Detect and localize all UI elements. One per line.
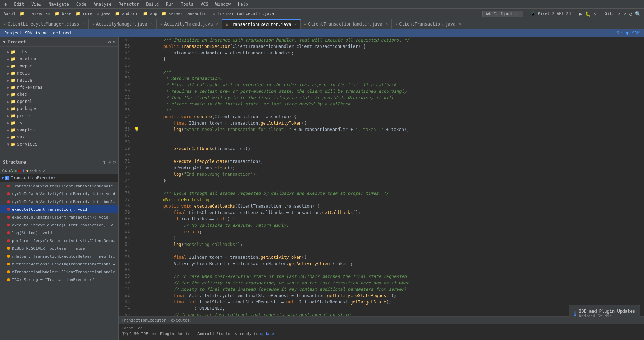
menu-code[interactable]: Code <box>75 1 88 7</box>
search-icon[interactable]: 🔍 <box>634 10 642 17</box>
menu-tools[interactable]: Tools <box>179 1 195 7</box>
debug-icon[interactable]: 🐛 <box>584 10 592 17</box>
menu-analyze[interactable]: Analyze <box>92 1 113 7</box>
menu-navigate[interactable]: Navigate <box>47 1 71 7</box>
show-constructors-icon[interactable]: ℹ <box>23 168 24 173</box>
menu-build[interactable]: Build <box>145 1 160 7</box>
settings-icon[interactable]: ⚙ <box>108 39 111 44</box>
struct-item-mpendingactions[interactable]: mPendingActions: PendingTransactionActio… <box>0 260 118 268</box>
sort-alpha-icon[interactable]: AZ <box>2 168 7 173</box>
line-gutter: 💡 <box>133 126 140 133</box>
tree-item-sax[interactable]: ▶ 📁 sax <box>0 133 118 141</box>
tree-item-obex[interactable]: ▶ 📁 obex <box>0 91 118 98</box>
code-view[interactable]: 52 /** Initialize an instance with trans… <box>119 37 644 316</box>
menu-run[interactable]: Run <box>164 1 175 7</box>
device-selector[interactable]: 📱 Pixel 2 API 28 <box>529 11 572 16</box>
tree-item-rs[interactable]: ▶ 📁 rs <box>0 119 118 126</box>
show-properties-icon[interactable]: ◆ <box>26 168 29 173</box>
table-row: 60 * requires a certain pre- or post-exe… <box>119 88 644 94</box>
run-icon[interactable]: ▶ <box>578 10 582 17</box>
menu-file[interactable]: e <box>3 1 8 7</box>
struct-label-debug: DEBUG_RESOLVER: boolean = false <box>12 246 85 251</box>
event-log-title[interactable]: Event Log <box>122 326 641 330</box>
tab-activitythread[interactable]: ☕ ActivityThread.java × <box>157 19 222 29</box>
tab-close-clientlifecycle[interactable]: × <box>82 22 85 26</box>
settings-struct-icon[interactable]: ⚙ <box>113 159 116 165</box>
tab-clienttransactionhandler[interactable]: ☕ ClientTransactionHandler.java × <box>301 19 392 29</box>
show-fields-icon[interactable]: ◉ <box>15 168 17 173</box>
code-table: 52 /** Initialize an instance with trans… <box>119 37 644 316</box>
table-row: 59 * First all callbacks will be execute… <box>119 82 644 88</box>
line-code: * either remain in the initial state, or… <box>140 101 644 107</box>
tree-arrow-proto: ▶ <box>6 114 11 118</box>
menu-edit[interactable]: Edit <box>12 1 26 7</box>
struct-item-cycletopath1[interactable]: cycleToPath(ActivityClientRecord, int): … <box>0 190 118 198</box>
autoscroll-icon[interactable]: ↗ <box>43 168 45 173</box>
profile-icon[interactable]: ⚡ <box>593 10 597 17</box>
struct-item-cycletopath2[interactable]: cycleToPath(ActivityClientRecord, int, b… <box>0 198 118 205</box>
setup-sdk-button[interactable]: Setup SDK <box>617 31 640 35</box>
struct-item-executelifecycle[interactable]: executeLifecycleState(ClientTransaction)… <box>0 221 118 229</box>
struct-item-performlifecycle[interactable]: performLifecycleSequence(ActivityClientR… <box>0 237 118 245</box>
struct-item-log[interactable]: log(String): void <box>0 229 118 237</box>
tab-close-activitymanager[interactable]: × <box>150 22 153 26</box>
tab-clienttransaction[interactable]: ☕ ClientTransaction.java × <box>392 19 465 29</box>
struct-item-mtransactionhandler[interactable]: mTransactionHandler: ClientTransactionHa… <box>0 268 118 276</box>
menu-view[interactable]: View <box>30 1 43 7</box>
struct-item-execute[interactable]: execute(ClientTransaction): void <box>0 205 118 213</box>
tree-item-samples[interactable]: ▶ 📁 samples <box>0 126 118 133</box>
breadcrumb-method[interactable]: execute() <box>171 318 192 323</box>
show-methods-icon[interactable]: ● <box>18 168 21 173</box>
add-configuration-button[interactable]: Add Configuration... <box>482 11 523 17</box>
tree-item-media[interactable]: ▶ 📁 media <box>0 70 118 77</box>
tree-item-services[interactable]: ▼ 📂 services <box>0 141 118 148</box>
line-number: 53 <box>119 43 133 50</box>
tree-item-location[interactable]: ▶ 📁 location <box>0 55 118 62</box>
line-gutter <box>133 43 140 50</box>
structure-toolbar: AZ ZA ◉ ● ℹ ◆ ◇ ⊕ △ ↗ <box>0 167 118 174</box>
tab-close-clienttransactionhandler[interactable]: × <box>386 22 388 26</box>
table-row: 79 final List<ClientTransactionItem> cal… <box>119 209 644 216</box>
menu-vcs[interactable]: VCS <box>199 1 210 7</box>
tree-item-proto[interactable]: ▶ 📁 proto <box>0 112 118 119</box>
tree-item-packages[interactable]: ▶ 📁 packages <box>0 105 118 112</box>
class-expand-icon: ▼ <box>1 176 4 180</box>
sort-by-name-icon[interactable]: ↕ <box>103 159 106 165</box>
show-inherited-icon[interactable]: ◇ <box>30 168 33 173</box>
git-checkmark-icon[interactable]: ✓ <box>617 10 621 17</box>
breadcrumb-class[interactable]: TransactionExecutor <box>122 318 166 323</box>
tab-clientlifecyclemanager[interactable]: ☕ ClientLifecycleManager.class × <box>0 19 89 29</box>
collapse-all-icon[interactable]: △ <box>39 168 41 173</box>
structure-class-header[interactable]: ▼ C TransactionExecutor <box>0 174 118 182</box>
tree-item-nfc-extras[interactable]: ▶ 📁 nfc-extras <box>0 84 118 91</box>
tab-close-activitythread[interactable]: × <box>216 22 218 26</box>
tree-item-lowpan[interactable]: ▶ 📁 lowpan <box>0 62 118 70</box>
tree-item-native[interactable]: ▶ 📁 native <box>0 77 118 84</box>
struct-item-debug[interactable]: DEBUG_RESOLVER: boolean = false <box>0 245 118 252</box>
toolbar-separator-3 <box>600 11 600 17</box>
tab-activitymanager[interactable]: ☕ ActivityManager.java × <box>89 19 157 29</box>
line-number: 85 <box>119 248 133 254</box>
menu-refactor[interactable]: Refactor <box>117 1 140 7</box>
git-label: Git: <box>603 11 616 16</box>
event-log-update-link[interactable]: update <box>260 331 274 336</box>
tab-close-clienttransaction[interactable]: × <box>459 22 461 26</box>
line-number: 67 <box>119 133 133 139</box>
undo-icon[interactable]: ↺ <box>629 10 633 17</box>
menu-window[interactable]: Window <box>214 1 232 7</box>
struct-item-mhelper[interactable]: mHelper: TransactionExecutorHelper = new… <box>0 252 118 260</box>
sort-by-visibility-icon[interactable]: ⊞ <box>108 159 111 165</box>
struct-item-constructor[interactable]: TransactionExecutor(ClientTransactionHan… <box>0 182 118 190</box>
tab-transactionexecutor[interactable]: ☕ TransactionExecutor.java × <box>222 19 301 29</box>
tree-item-opengl[interactable]: ▶ 📁 opengl <box>0 98 118 105</box>
menu-help[interactable]: Help <box>236 1 250 7</box>
tab-close-transactionexecutor[interactable]: × <box>294 22 297 27</box>
expand-all-icon[interactable]: ⊕ <box>34 168 37 173</box>
git-checkmark2-icon[interactable]: ✓ <box>623 10 627 17</box>
sort-rev-icon[interactable]: ZA <box>8 168 13 173</box>
notification-text: Project SDK is not defined <box>4 31 71 35</box>
tree-item-libs[interactable]: ▶ 📁 libs <box>0 48 118 55</box>
expand-icon[interactable]: ⇅ <box>113 39 116 44</box>
struct-item-tag[interactable]: TAG: String = "TransactionExecutor" <box>0 276 118 284</box>
struct-item-executecallbacks[interactable]: executeCallbacks(ClientTransaction): voi… <box>0 213 118 221</box>
